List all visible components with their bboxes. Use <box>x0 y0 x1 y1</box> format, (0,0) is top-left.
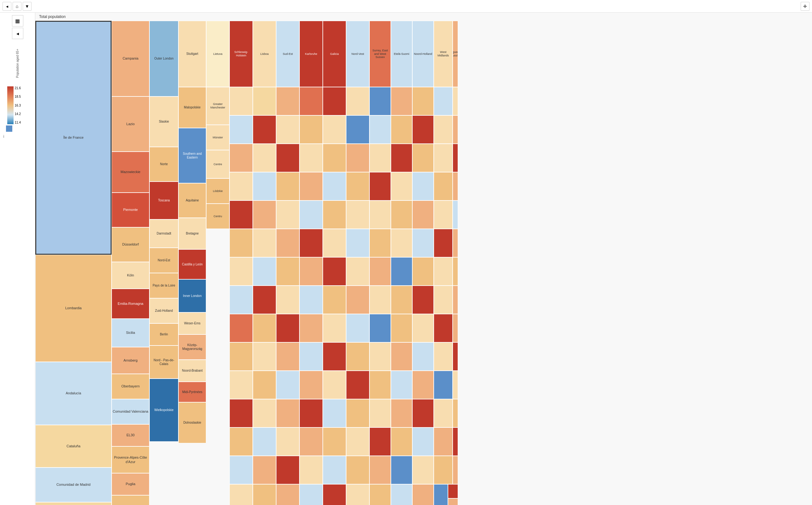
region-cell[interactable] <box>453 229 458 257</box>
region-cell[interactable] <box>346 371 369 399</box>
region-cell[interactable] <box>369 115 391 144</box>
region-cell[interactable] <box>346 115 369 144</box>
treemap[interactable]: Île de FranceLombardiaAndalucíaCataluñaC… <box>35 21 812 504</box>
region-cell[interactable] <box>253 257 276 286</box>
region-cell[interactable] <box>276 484 299 505</box>
region-cell[interactable] <box>253 342 276 371</box>
region-cell[interactable] <box>412 399 434 428</box>
region-cell[interactable]: Sicilia <box>112 319 150 347</box>
region-cell[interactable] <box>369 144 391 172</box>
region-cell[interactable]: Sud-Est <box>276 21 299 87</box>
region-cell[interactable]: Southern and Eastern <box>178 128 206 183</box>
region-cell[interactable] <box>299 314 323 342</box>
region-cell[interactable] <box>369 200 391 229</box>
region-cell[interactable]: Weser-Ems <box>178 312 206 334</box>
region-cell[interactable]: Inner London <box>178 279 206 312</box>
region-cell[interactable]: Oberbayern <box>112 374 150 399</box>
region-cell[interactable] <box>412 342 434 371</box>
region-cell[interactable]: Etelä-Suomi <box>391 21 412 87</box>
region-cell[interactable] <box>453 456 458 484</box>
region-cell[interactable]: Nord-Est <box>150 248 178 273</box>
region-cell[interactable] <box>253 200 276 229</box>
region-cell[interactable] <box>229 428 253 456</box>
region-cell[interactable]: Schleswig-Holstein <box>229 21 253 87</box>
region-cell[interactable] <box>346 428 369 456</box>
grid-icon[interactable]: ▦ <box>12 15 23 26</box>
region-cell[interactable] <box>323 257 346 286</box>
back-button[interactable]: ◂ <box>3 2 11 11</box>
home-button[interactable]: ⌂ <box>13 2 21 11</box>
region-cell[interactable] <box>299 229 323 257</box>
region-cell[interactable] <box>412 286 434 314</box>
region-cell[interactable] <box>276 87 299 115</box>
region-cell[interactable] <box>276 399 299 428</box>
region-cell[interactable] <box>253 314 276 342</box>
region-cell[interactable] <box>434 286 453 314</box>
region-cell[interactable]: West Midlands <box>434 21 453 87</box>
region-cell[interactable] <box>323 144 346 172</box>
region-cell[interactable] <box>453 200 458 229</box>
region-cell[interactable] <box>434 371 453 399</box>
region-cell[interactable] <box>412 484 434 505</box>
region-cell[interactable] <box>412 144 434 172</box>
region-cell[interactable] <box>299 172 323 200</box>
region-cell[interactable] <box>276 428 299 456</box>
region-cell[interactable] <box>299 371 323 399</box>
region-cell[interactable] <box>253 399 276 428</box>
region-cell[interactable] <box>412 172 434 200</box>
region-cell[interactable]: Noord-Brabant <box>178 360 206 382</box>
region-cell[interactable]: Piemonte <box>112 193 150 227</box>
region-cell[interactable] <box>276 115 299 144</box>
region-cell[interactable] <box>453 172 458 200</box>
region-cell[interactable] <box>391 428 412 456</box>
region-cell[interactable] <box>434 484 448 505</box>
region-cell[interactable]: Malopolskie <box>178 87 206 128</box>
region-cell[interactable] <box>229 144 253 172</box>
region-cell[interactable] <box>323 456 346 484</box>
region-cell[interactable] <box>391 342 412 371</box>
region-cell[interactable]: Bretagne <box>178 218 206 249</box>
region-cell[interactable] <box>229 87 253 115</box>
region-cell[interactable] <box>276 286 299 314</box>
region-cell[interactable] <box>369 286 391 314</box>
region-cell[interactable]: Île de France <box>35 21 112 255</box>
region-cell[interactable]: Arnsberg <box>112 347 150 374</box>
region-cell[interactable] <box>229 286 253 314</box>
region-cell[interactable] <box>276 456 299 484</box>
region-cell[interactable]: Wielkopolskie <box>150 379 178 442</box>
info-icon[interactable]: i <box>3 134 32 139</box>
region-cell[interactable] <box>229 200 253 229</box>
region-cell[interactable]: Stuttgart <box>178 21 206 87</box>
region-cell[interactable]: Cataluña <box>35 425 112 468</box>
region-cell[interactable] <box>299 200 323 229</box>
region-cell[interactable] <box>323 371 346 399</box>
region-cell[interactable] <box>434 257 453 286</box>
region-cell[interactable]: Dolnoslaskie <box>178 402 206 443</box>
region-cell[interactable] <box>299 115 323 144</box>
region-cell[interactable] <box>453 144 458 172</box>
region-cell[interactable] <box>276 172 299 200</box>
region-cell[interactable]: Veneto <box>112 495 150 505</box>
region-cell[interactable] <box>453 428 458 456</box>
region-cell[interactable] <box>391 371 412 399</box>
region-cell[interactable] <box>412 257 434 286</box>
region-cell[interactable] <box>346 399 369 428</box>
region-cell[interactable] <box>299 484 323 505</box>
region-cell[interactable] <box>434 428 453 456</box>
region-cell[interactable] <box>346 200 369 229</box>
region-cell[interactable] <box>453 87 458 115</box>
region-cell[interactable]: Düsseldorf <box>112 227 150 262</box>
region-cell[interactable] <box>453 115 458 144</box>
region-cell[interactable]: Lódzkie <box>206 178 229 204</box>
region-cell[interactable] <box>453 371 458 399</box>
region-cell[interactable]: Galicia <box>323 21 346 87</box>
region-cell[interactable] <box>229 399 253 428</box>
region-cell[interactable] <box>276 314 299 342</box>
region-cell[interactable] <box>412 314 434 342</box>
region-cell[interactable] <box>391 172 412 200</box>
region-cell[interactable] <box>276 371 299 399</box>
region-cell[interactable] <box>346 314 369 342</box>
region-cell[interactable]: Lombardia <box>35 255 112 362</box>
region-cell[interactable] <box>299 87 323 115</box>
region-cell[interactable] <box>346 286 369 314</box>
